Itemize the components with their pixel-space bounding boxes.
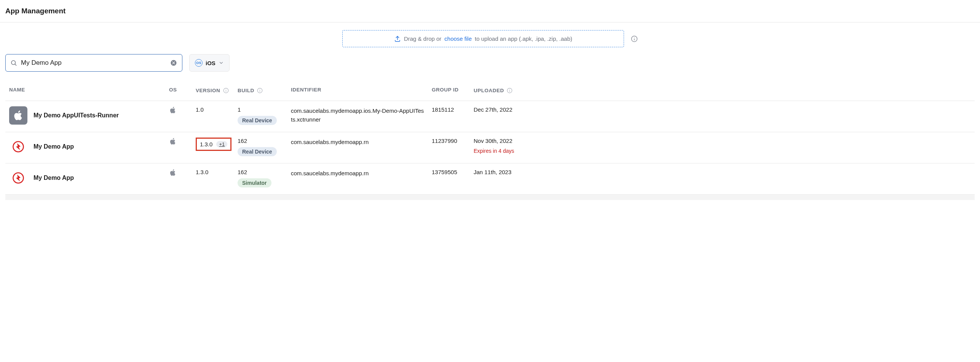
identifier-cell: com.saucelabs.mydemoapp.rn	[291, 169, 424, 178]
name-cell: My Demo AppUITests-Runner	[9, 106, 169, 125]
apple-app-icon	[9, 106, 27, 125]
page-title: App Management	[5, 7, 975, 15]
th-version: VERSION	[196, 87, 238, 94]
build-number: 162	[238, 138, 247, 144]
apps-table: NAME OS VERSION BUILD IDENTIFIER GROUP I…	[5, 81, 975, 195]
group-id-cell: 13759505	[432, 169, 474, 175]
uploaded-date: Nov 30th, 2022	[474, 138, 527, 144]
uploaded-info-icon[interactable]	[506, 87, 513, 94]
app-name: My Demo AppUITests-Runner	[34, 112, 119, 119]
table-row[interactable]: My Demo App1.3.0+1162Real Devicecom.sauc…	[5, 132, 975, 163]
identifier-cell: com.saucelabs.mydemoapp.rn	[291, 138, 424, 146]
svg-point-11	[260, 89, 260, 90]
version-extra-badge[interactable]: +1	[216, 141, 227, 147]
th-identifier: IDENTIFIER	[291, 87, 432, 93]
uploaded-cell: Jan 11th, 2023	[474, 169, 527, 175]
identifier-cell: com.saucelabs.mydemoapp.ios.My-Demo-AppU…	[291, 106, 424, 124]
version-highlight: 1.3.0+1	[196, 138, 231, 151]
search-icon	[10, 59, 17, 66]
name-cell: My Demo App	[9, 138, 169, 156]
table-footer	[5, 195, 975, 200]
build-info-icon[interactable]	[257, 87, 263, 94]
group-id-cell: 1815112	[432, 106, 474, 113]
svg-point-8	[226, 89, 226, 90]
upload-text-prefix: Drag & drop or	[404, 35, 441, 42]
svg-line-4	[15, 64, 16, 65]
build-number: 162	[238, 169, 247, 175]
expires-text: Expires in 4 days	[474, 148, 527, 154]
build-cell: 162Real Device	[238, 138, 291, 156]
upload-zone[interactable]: Drag & drop or choose file to upload an …	[342, 30, 624, 47]
build-cell: 162Simulator	[238, 169, 291, 187]
upload-info-icon[interactable]	[631, 35, 638, 42]
svg-point-2	[634, 37, 635, 38]
real-device-pill: Real Device	[238, 116, 277, 125]
table-row[interactable]: My Demo AppUITests-Runner1.01Real Device…	[5, 101, 975, 132]
th-build: BUILD	[238, 87, 291, 94]
app-name: My Demo App	[34, 175, 74, 181]
uploaded-date: Dec 27th, 2022	[474, 106, 527, 113]
apple-os-icon	[169, 106, 177, 114]
name-cell: My Demo App	[9, 169, 169, 187]
simulator-pill: Simulator	[238, 178, 271, 187]
svg-point-14	[509, 89, 510, 90]
os-filter-dropdown[interactable]: OS iOS	[189, 54, 230, 72]
apple-os-icon	[169, 138, 177, 145]
group-id-cell: 11237990	[432, 138, 474, 144]
bolt-app-icon	[9, 138, 27, 156]
chevron-down-icon	[219, 60, 224, 66]
uploaded-cell: Dec 27th, 2022	[474, 106, 527, 113]
app-name: My Demo App	[34, 143, 74, 150]
build-number: 1	[238, 106, 241, 113]
os-badge-icon: OS	[195, 59, 203, 67]
th-uploaded: UPLOADED	[474, 87, 527, 94]
version-info-icon[interactable]	[222, 87, 229, 94]
apple-os-icon	[169, 169, 177, 176]
th-os: OS	[169, 87, 196, 93]
search-box[interactable]	[5, 54, 182, 72]
svg-point-3	[11, 61, 16, 65]
real-device-pill: Real Device	[238, 147, 277, 156]
upload-icon	[394, 35, 401, 42]
os-cell	[169, 138, 196, 145]
version-cell: 1.3.0+1	[196, 138, 238, 151]
build-cell: 1Real Device	[238, 106, 291, 125]
os-cell	[169, 106, 196, 114]
uploaded-date: Jan 11th, 2023	[474, 169, 527, 175]
version-cell: 1.3.0	[196, 169, 238, 175]
th-group-id: GROUP ID	[432, 87, 474, 93]
upload-choose-file-link[interactable]: choose file	[444, 35, 472, 42]
table-header: NAME OS VERSION BUILD IDENTIFIER GROUP I…	[5, 81, 975, 101]
clear-icon[interactable]	[170, 59, 177, 67]
version-cell: 1.0	[196, 106, 238, 113]
upload-text-suffix: to upload an app (.apk, .ipa, .zip, .aab…	[475, 35, 572, 42]
os-filter-label: iOS	[206, 60, 215, 66]
version-value: 1.3.0	[196, 169, 208, 175]
uploaded-cell: Nov 30th, 2022Expires in 4 days	[474, 138, 527, 154]
os-cell	[169, 169, 196, 176]
version-value: 1.0	[196, 106, 204, 113]
version-value: 1.3.0	[200, 141, 212, 147]
bolt-app-icon	[9, 169, 27, 187]
table-row[interactable]: My Demo App1.3.0162Simulatorcom.saucelab…	[5, 163, 975, 195]
search-input[interactable]	[21, 59, 170, 67]
th-name: NAME	[9, 87, 169, 93]
